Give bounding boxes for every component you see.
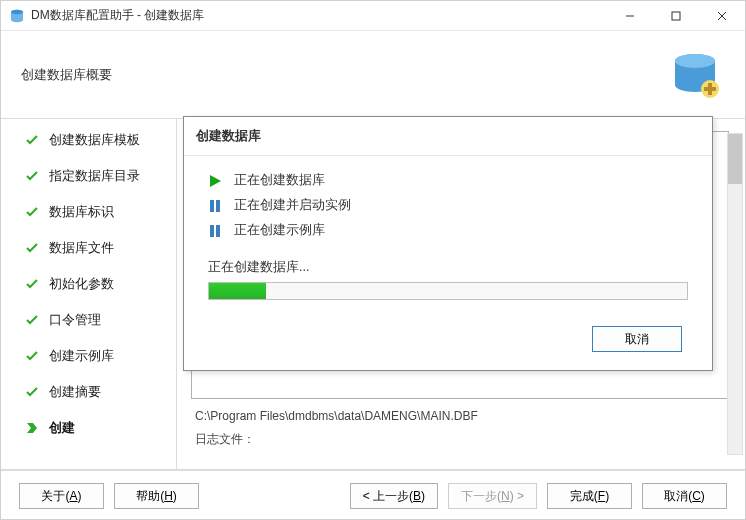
- svg-rect-12: [216, 200, 220, 212]
- svg-rect-3: [672, 12, 680, 20]
- step-label: 正在创建数据库: [234, 172, 325, 189]
- sidebar-item-summary: 创建摘要: [25, 383, 162, 401]
- check-icon: [25, 349, 43, 363]
- minimize-button[interactable]: [607, 1, 653, 31]
- svg-point-1: [11, 9, 23, 13]
- pause-icon: [208, 199, 226, 213]
- svg-line-5: [718, 12, 726, 20]
- dialog-body: 正在创建数据库 正在创建并启动实例 正在创建示例库 正在创建数据库...: [184, 156, 712, 312]
- svg-point-7: [675, 54, 715, 68]
- maximize-button[interactable]: [653, 1, 699, 31]
- progress-step: 正在创建示例库: [208, 222, 688, 239]
- pause-icon: [208, 224, 226, 238]
- status-text: 正在创建数据库...: [208, 259, 688, 276]
- file-path-text: C:\Program Files\dmdbms\data\DAMENG\MAIN…: [195, 409, 725, 423]
- check-icon: [25, 241, 43, 255]
- next-button: 下一步(N) >: [448, 483, 537, 509]
- dialog-title: 创建数据库: [184, 117, 712, 156]
- sidebar-item-label: 指定数据库目录: [49, 167, 140, 185]
- svg-rect-10: [704, 87, 716, 91]
- check-icon: [25, 169, 43, 183]
- scrollbar-vertical[interactable]: [727, 133, 743, 455]
- step-label: 正在创建示例库: [234, 222, 325, 239]
- check-icon: [25, 277, 43, 291]
- sidebar-item-sample-db: 创建示例库: [25, 347, 162, 365]
- dialog-cancel-button[interactable]: 取消: [592, 326, 682, 352]
- sidebar-item-create: 创建: [25, 419, 162, 437]
- log-file-label: 日志文件：: [195, 431, 725, 448]
- svg-rect-13: [210, 225, 214, 237]
- check-icon: [25, 133, 43, 147]
- app-icon: [9, 8, 25, 24]
- page-title: 创建数据库概要: [21, 66, 112, 84]
- sidebar-item-label: 数据库标识: [49, 203, 114, 221]
- progress-step: 正在创建数据库: [208, 172, 688, 189]
- finish-button[interactable]: 完成(F): [547, 483, 632, 509]
- svg-rect-11: [210, 200, 214, 212]
- sidebar-item-template: 创建数据库模板: [25, 131, 162, 149]
- titlebar: DM数据库配置助手 - 创建数据库: [1, 1, 745, 31]
- sidebar-item-directory: 指定数据库目录: [25, 167, 162, 185]
- sidebar-item-init-params: 初始化参数: [25, 275, 162, 293]
- progress-dialog: 创建数据库 正在创建数据库 正在创建并启动实例 正在创建示例库 正在创建数据库.…: [183, 116, 713, 371]
- about-button[interactable]: 关于(A): [19, 483, 104, 509]
- subheader: 创建数据库概要: [1, 31, 745, 118]
- footer: 关于(A) 帮助(H) < 上一步(B) 下一步(N) > 完成(F) 取消(C…: [1, 470, 745, 520]
- check-icon: [25, 385, 43, 399]
- step-label: 正在创建并启动实例: [234, 197, 351, 214]
- progress-step: 正在创建并启动实例: [208, 197, 688, 214]
- back-button[interactable]: < 上一步(B): [350, 483, 438, 509]
- sidebar-item-label: 初始化参数: [49, 275, 114, 293]
- sidebar-item-files: 数据库文件: [25, 239, 162, 257]
- arrow-right-icon: [25, 421, 43, 435]
- svg-line-4: [718, 12, 726, 20]
- sidebar-item-label: 创建摘要: [49, 383, 101, 401]
- sidebar-item-label: 数据库文件: [49, 239, 114, 257]
- progress-fill: [209, 283, 266, 299]
- close-button[interactable]: [699, 1, 745, 31]
- sidebar-item-identity: 数据库标识: [25, 203, 162, 221]
- progress-bar: [208, 282, 688, 300]
- sidebar-item-label: 口令管理: [49, 311, 101, 329]
- check-icon: [25, 205, 43, 219]
- help-button[interactable]: 帮助(H): [114, 483, 199, 509]
- window-controls: [607, 1, 745, 31]
- sidebar-item-label: 创建数据库模板: [49, 131, 140, 149]
- database-illustration-icon: [655, 47, 725, 102]
- cancel-button[interactable]: 取消(C): [642, 483, 727, 509]
- sidebar-item-label: 创建示例库: [49, 347, 114, 365]
- play-icon: [208, 174, 226, 188]
- sidebar-item-label: 创建: [49, 419, 75, 437]
- window-title: DM数据库配置助手 - 创建数据库: [31, 7, 204, 24]
- dialog-footer: 取消: [184, 312, 712, 370]
- scrollbar-thumb[interactable]: [728, 134, 742, 184]
- check-icon: [25, 313, 43, 327]
- wizard-steps-sidebar: 创建数据库模板 指定数据库目录 数据库标识 数据库文件 初始化参数 口令管理 创…: [1, 119, 176, 469]
- svg-rect-14: [216, 225, 220, 237]
- sidebar-item-password: 口令管理: [25, 311, 162, 329]
